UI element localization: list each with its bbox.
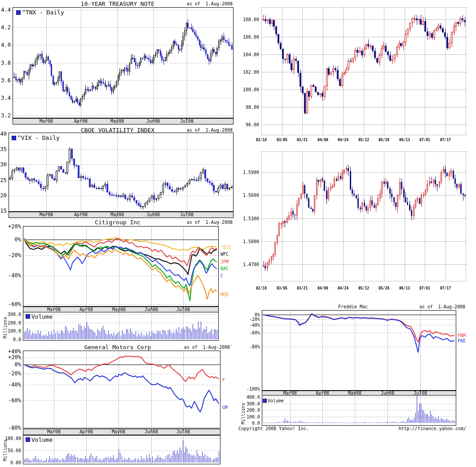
legend-swatch-icon <box>263 399 267 403</box>
source-url: http://finance.yahoo.com/ <box>398 426 466 431</box>
volume-legend: Volume <box>268 398 284 403</box>
chart-legend: ^VIX - Daily <box>18 134 60 141</box>
legend-swatch-icon <box>26 314 30 319</box>
citigroup-comparison-chart: Citigroup Inc as of 1-Aug-2008 ^DJI WFC … <box>0 218 238 342</box>
bond-future-chart <box>238 0 476 146</box>
series-label-gm: GM <box>222 405 228 410</box>
treasury-note-chart: 10-YEAR TREASURY NOTE as of 1-Aug-2008 ^… <box>0 0 238 125</box>
series-label-bac: BAC <box>220 266 229 271</box>
legend-swatch-icon <box>12 136 16 140</box>
chart-asof: as of 1-Aug-2008′ <box>184 345 233 350</box>
chart-asof: as of 1-Aug-2008 <box>187 1 233 6</box>
footer: Copyright 2008 Yahoo! Inc. http://financ… <box>238 423 476 436</box>
series-label-mer: MER <box>220 292 229 297</box>
series-label-jpm: JPM <box>220 259 229 264</box>
chart-asof: as of 1-Aug-2008 <box>419 304 465 309</box>
chart-asof: as of 1-Aug-2008 <box>187 220 233 225</box>
chart-title: Freddie Mac <box>262 304 444 309</box>
chart-asof: as of 1-Aug-2008 <box>187 128 233 133</box>
series-label-wfc: WFC <box>220 252 229 257</box>
legend-swatch-icon <box>26 437 30 442</box>
freddie-mac-comparison-chart: Freddie Mac as of 1-Aug-2008 FNM FRE Vol… <box>238 302 476 430</box>
eurusd-chart <box>238 148 476 292</box>
series-label-c: C <box>220 273 223 278</box>
gm-comparison-chart: General Motors Corp as of 1-Aug-2008′ F … <box>0 342 238 467</box>
series-label-dji: ^DJI <box>220 245 231 250</box>
volume-axis-label: Millions <box>3 440 8 461</box>
volume-legend: Volume <box>31 436 53 443</box>
copyright-text: Copyright 2008 Yahoo! Inc. <box>238 426 309 431</box>
chart-legend: ^TNX - Daily <box>22 9 64 16</box>
series-label-fnm: FNM <box>458 333 466 338</box>
series-label-f: F <box>222 378 225 382</box>
volume-axis-label: Millions <box>241 403 246 424</box>
volume-legend: Volume <box>31 313 53 320</box>
vix-chart: CBOE VOLATILITY INDEX as of 1-Aug-2008 ^… <box>0 125 238 218</box>
volume-axis-label: Millions <box>3 317 8 338</box>
series-label-fre: FRE <box>458 338 466 343</box>
finance-charts-collage: 10-YEAR TREASURY NOTE as of 1-Aug-2008 ^… <box>0 0 476 467</box>
legend-swatch-icon <box>16 10 21 15</box>
